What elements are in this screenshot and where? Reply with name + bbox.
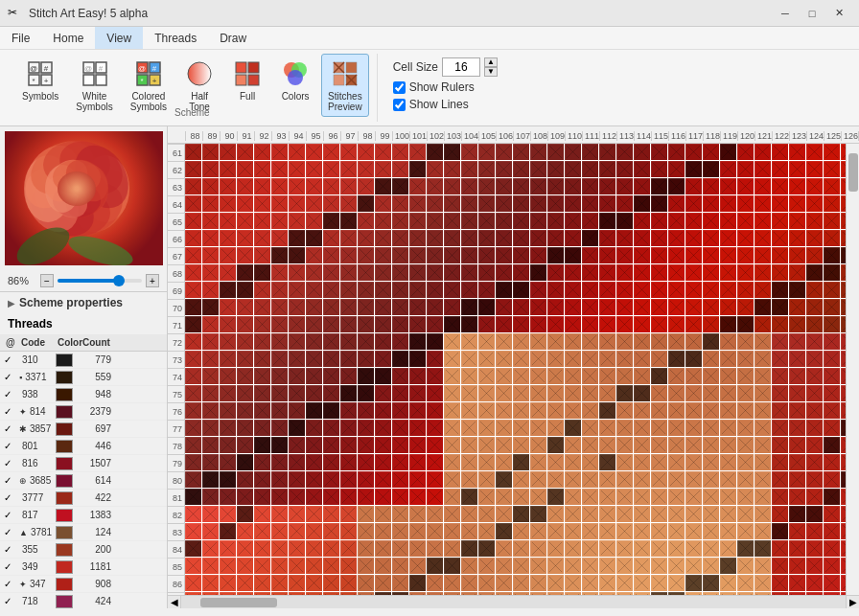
hscroll-right-button[interactable]: ▶ xyxy=(846,596,859,608)
thread-check-11[interactable]: ✓ xyxy=(4,544,19,555)
ruler-v-mark: 70 xyxy=(168,299,184,316)
ruler-h-mark: 93 xyxy=(271,131,289,141)
hscroll-thumb[interactable] xyxy=(200,598,277,607)
thread-row[interactable]: ✓ ▲3781 124 xyxy=(0,524,167,541)
scheme-properties-row[interactable]: ▶ Scheme properties xyxy=(0,291,167,313)
thread-count-0: 779 xyxy=(81,354,115,365)
scheme-props-arrow-icon: ▶ xyxy=(8,298,15,308)
thread-code-1: ▪3371 xyxy=(19,372,56,382)
ruler-h-mark: 105 xyxy=(478,131,496,141)
thread-check-4[interactable]: ✓ xyxy=(4,423,19,434)
thread-row[interactable]: ✓ 310 779 xyxy=(0,352,167,369)
menu-draw[interactable]: Draw xyxy=(208,27,258,49)
menu-view[interactable]: View xyxy=(95,27,143,49)
vertical-scrollbar[interactable] xyxy=(846,144,859,595)
thread-row[interactable]: ✓ ⊕3685 614 xyxy=(0,472,167,490)
thread-row[interactable]: ✓ 3777 422 xyxy=(0,490,167,507)
cell-size-down[interactable]: ▼ xyxy=(484,67,498,77)
menu-threads[interactable]: Threads xyxy=(143,27,208,49)
thread-check-8[interactable]: ✓ xyxy=(4,492,19,503)
full-button[interactable]: Full xyxy=(225,54,269,106)
thread-check-6[interactable]: ✓ xyxy=(4,458,19,468)
ruler-h-mark: 96 xyxy=(323,131,340,141)
thread-check-2[interactable]: ✓ xyxy=(4,389,19,399)
stitch-canvas[interactable] xyxy=(185,144,846,595)
thread-check-14[interactable]: ✓ xyxy=(4,596,19,606)
ruler-h-mark: 109 xyxy=(547,131,565,141)
zoom-slider[interactable] xyxy=(58,279,142,283)
ribbon: @ # * + Symbols @ # xyxy=(0,50,859,126)
menu-home[interactable]: Home xyxy=(41,27,95,49)
thread-check-13[interactable]: ✓ xyxy=(4,579,19,589)
zoom-thumb[interactable] xyxy=(113,275,125,286)
thread-count-10: 124 xyxy=(81,527,115,537)
ruler-v-mark: 72 xyxy=(168,333,184,351)
threads-col-headers: @ Code Color Count xyxy=(0,334,167,352)
thread-code-9: 817 xyxy=(19,510,56,520)
thread-check-9[interactable]: ✓ xyxy=(4,510,19,520)
thread-check-3[interactable]: ✓ xyxy=(4,406,19,417)
thread-row[interactable]: ✓ ✱3857 697 xyxy=(0,421,167,438)
cell-size-row: Cell Size ▲ ▼ xyxy=(393,57,498,77)
zoom-row: 86% − + xyxy=(0,270,167,291)
thread-row[interactable]: ✓ 801 446 xyxy=(0,438,167,455)
cell-size-spinner: ▲ ▼ xyxy=(484,57,498,77)
colors-icon xyxy=(280,58,311,89)
zoom-minus-button[interactable]: − xyxy=(40,274,54,287)
hscroll-track[interactable] xyxy=(181,596,846,608)
thread-row[interactable]: ✓ 718 424 xyxy=(0,593,167,608)
ruler-h-mark: 107 xyxy=(513,131,530,141)
thread-row[interactable]: ✓ 349 1181 xyxy=(0,559,167,576)
thread-row[interactable]: ✓ 938 948 xyxy=(0,386,167,403)
ruler-h-mark: 94 xyxy=(289,131,306,141)
cell-size-up[interactable]: ▲ xyxy=(484,57,498,67)
ruler-v-mark: 63 xyxy=(168,178,184,195)
colors-button[interactable]: Colors xyxy=(273,54,317,106)
svg-rect-10 xyxy=(83,75,94,85)
cell-size-input[interactable] xyxy=(442,57,480,77)
ruler-v-mark: 71 xyxy=(168,316,184,333)
thread-check-12[interactable]: ✓ xyxy=(4,561,19,572)
thread-row[interactable]: ✓ 355 200 xyxy=(0,541,167,559)
thread-check-0[interactable]: ✓ xyxy=(4,354,19,365)
show-rulers-checkbox-row[interactable]: Show Rulers xyxy=(393,80,475,94)
stitch-grid[interactable] xyxy=(185,144,846,595)
thread-row[interactable]: ✓ ✦347 908 xyxy=(0,576,167,593)
hscroll-left-button[interactable]: ◀ xyxy=(168,596,181,608)
ruler-v-mark: 84 xyxy=(168,540,184,558)
minimize-button[interactable]: ─ xyxy=(773,4,798,23)
svg-text:*: * xyxy=(140,77,143,85)
thread-row[interactable]: ✓ 817 1383 xyxy=(0,507,167,524)
menu-file[interactable]: File xyxy=(0,27,41,49)
svg-text:@: @ xyxy=(83,64,91,73)
close-button[interactable]: ✕ xyxy=(826,4,851,23)
stitches-preview-icon xyxy=(330,58,360,89)
symbols-button[interactable]: @ # * + Symbols xyxy=(15,54,65,106)
ruler-h-mark: 117 xyxy=(685,131,703,141)
app-title: Stitch Art Easy! 5 alpha xyxy=(29,7,773,20)
thread-check-1[interactable]: ✓ xyxy=(4,372,19,382)
thread-row[interactable]: ✓ ▪3371 559 xyxy=(0,369,167,386)
maximize-button[interactable]: □ xyxy=(800,4,824,23)
thread-color-9 xyxy=(56,509,73,522)
ruler-h-mark: 123 xyxy=(789,131,806,141)
thread-check-5[interactable]: ✓ xyxy=(4,441,19,451)
ruler-h-mark: 103 xyxy=(444,131,461,141)
svg-rect-11 xyxy=(96,75,106,85)
scheme-props-label: Scheme properties xyxy=(19,296,123,309)
thread-check-7[interactable]: ✓ xyxy=(4,475,19,486)
show-rulers-checkbox[interactable] xyxy=(393,81,406,94)
ruler-v-mark: 81 xyxy=(168,489,184,506)
thread-row[interactable]: ✓ ✦814 2379 xyxy=(0,403,167,421)
zoom-plus-button[interactable]: + xyxy=(146,274,159,287)
ruler-v-mark: 82 xyxy=(168,506,184,523)
vscroll-thumb[interactable] xyxy=(848,153,858,192)
thread-color-2 xyxy=(56,388,73,401)
ruler-v-mark: 73 xyxy=(168,351,184,368)
thread-check-10[interactable]: ✓ xyxy=(4,527,19,537)
ruler-h-mark: 108 xyxy=(530,131,547,141)
show-lines-checkbox[interactable] xyxy=(393,99,406,111)
thread-row[interactable]: ✓ 816 1507 xyxy=(0,455,167,472)
show-lines-checkbox-row[interactable]: Show Lines xyxy=(393,98,469,111)
zoom-label: 86% xyxy=(8,275,36,286)
